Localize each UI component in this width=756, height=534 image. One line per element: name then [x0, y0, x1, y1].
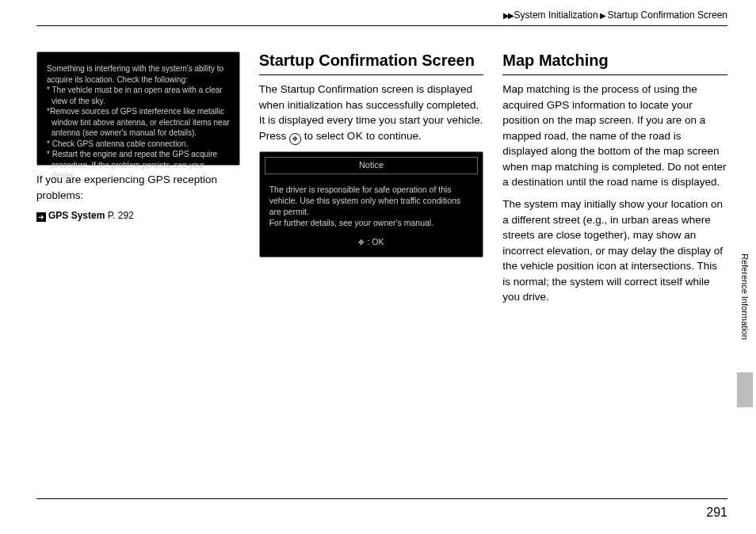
page-number: 291 [706, 505, 727, 520]
mapmatching-p1: Map matching is the process of using the… [502, 82, 727, 190]
gps-caption: If you are experiencing GPS reception pr… [36, 172, 240, 203]
divider [502, 74, 727, 75]
body-text: to select [301, 130, 347, 142]
section-title-startup: Startup Confirmation Screen [259, 51, 484, 70]
side-tab-label: Reference Information [740, 254, 750, 340]
breadcrumb: ▶▶System Initialization▶Startup Confirma… [36, 10, 727, 25]
column-3: Map Matching Map matching is the process… [502, 51, 727, 311]
divider [259, 74, 484, 75]
divider [36, 25, 727, 26]
joystick-icon: ✥ [289, 133, 301, 145]
manual-page: ▶▶System Initialization▶Startup Confirma… [0, 0, 756, 534]
breadcrumb-level1: System Initialization [514, 10, 598, 21]
content-columns: Something is interfering with the system… [36, 51, 727, 311]
joystick-icon: ✥ [358, 238, 365, 246]
notice-screenshot: Notice The driver is responsible for saf… [259, 151, 484, 257]
gps-error-screenshot: Something is interfering with the system… [36, 51, 240, 166]
ref-page: P. 292 [108, 210, 134, 221]
divider [36, 498, 727, 499]
ref-label: GPS System [48, 210, 105, 221]
screenshot-text: Something is interfering with the system… [47, 63, 230, 85]
mapmatching-p2: The system may initially show your locat… [502, 196, 727, 305]
column-2: Startup Confirmation Screen The Startup … [259, 51, 484, 311]
screenshot-text: *Remove sources of GPS interference like… [47, 106, 230, 139]
ok-label: OK [347, 130, 364, 142]
column-1: Something is interfering with the system… [36, 51, 240, 311]
side-tab-indicator [737, 372, 753, 407]
cross-reference: ➔GPS System P. 292 [36, 209, 240, 223]
breadcrumb-arrow-icon: ▶▶ [503, 11, 513, 20]
screenshot-text: * The vehicle must be in an open area wi… [47, 85, 230, 106]
breadcrumb-level2: Startup Confirmation Screen [608, 10, 727, 21]
startup-body: The Startup Confirmation screen is displ… [259, 82, 484, 145]
breadcrumb-arrow-icon: ▶ [600, 11, 606, 20]
notice-ok-text: : OK [367, 237, 384, 246]
body-text: to continue. [363, 130, 422, 142]
notice-ok-row: ✥: OK [260, 231, 483, 256]
screenshot-text: * Check GPS antenna cable connection. [47, 139, 230, 150]
notice-header: Notice [265, 157, 479, 174]
notice-body: The driver is responsible for safe opera… [260, 179, 483, 232]
link-icon: ➔ [36, 212, 46, 222]
section-title-mapmatching: Map Matching [502, 51, 727, 70]
